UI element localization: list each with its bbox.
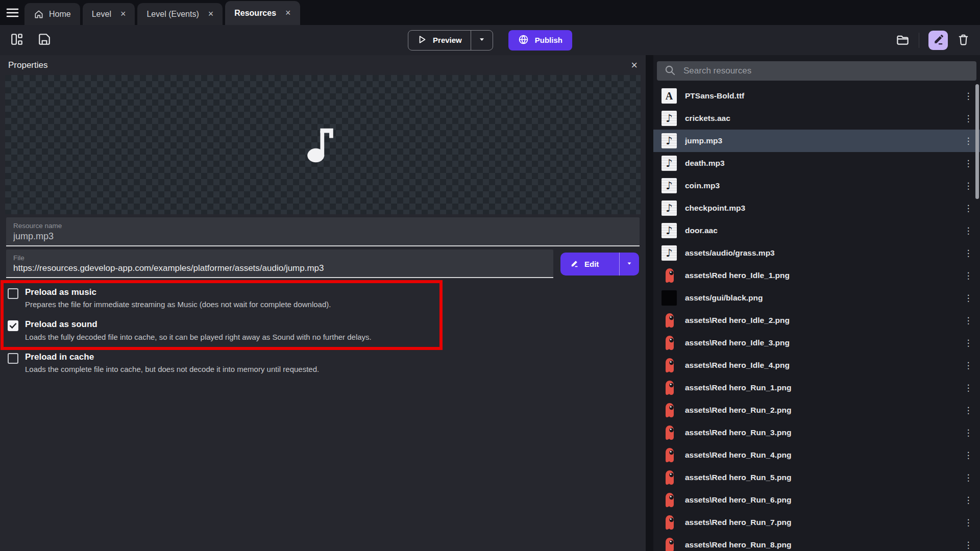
tab-home[interactable]: Home [24, 3, 80, 25]
tab-label: Level (Events) [146, 10, 199, 19]
resource-name: crickets.aac [685, 114, 953, 123]
main-area: Properties × Resource name jump.mp3 File… [0, 55, 980, 551]
resource-menu-kebab-icon[interactable]: ⋮ [962, 517, 975, 528]
resource-name: jump.mp3 [685, 136, 953, 145]
red-hero-sprite-icon [662, 447, 677, 463]
resource-row-coin-mp3[interactable]: ♪coin.mp3⋮ [653, 174, 980, 197]
resource-name: assets\Red hero_Run_6.png [685, 495, 953, 505]
resource-row-ptsans-bold-ttf[interactable]: APTSans-Bold.ttf⋮ [653, 85, 980, 107]
edit-button[interactable]: Edit [560, 253, 619, 276]
tab-resources[interactable]: Resources× [225, 1, 300, 25]
chevron-down-icon [626, 260, 633, 269]
resource-name: assets\Red hero_Run_4.png [685, 450, 953, 460]
audio-file-icon: ♪ [662, 133, 677, 148]
resource-name: PTSans-Bold.ttf [685, 91, 953, 101]
toolbar: Preview Publish [0, 25, 980, 55]
red-hero-sprite-icon [662, 380, 677, 395]
resource-menu-kebab-icon[interactable]: ⋮ [962, 495, 975, 505]
delete-resource-button[interactable] [955, 31, 972, 49]
resource-name: door.aac [685, 226, 953, 235]
resource-menu-kebab-icon[interactable]: ⋮ [962, 158, 975, 168]
resource-row-assets-red-hero-idle-1-png[interactable]: assets\Red hero_Idle_1.png⋮ [653, 264, 980, 287]
resource-menu-kebab-icon[interactable]: ⋮ [962, 383, 975, 393]
resource-menu-kebab-icon[interactable]: ⋮ [962, 472, 975, 483]
resource-menu-kebab-icon[interactable]: ⋮ [962, 113, 975, 123]
tab-close-icon[interactable]: × [285, 8, 291, 18]
resource-row-assets-red-hero-run-8-png[interactable]: assets\Red hero_Run_8.png⋮ [653, 534, 980, 551]
resource-menu-kebab-icon[interactable]: ⋮ [962, 203, 975, 213]
resource-menu-kebab-icon[interactable]: ⋮ [962, 315, 975, 325]
resource-row-assets-red-hero-run-1-png[interactable]: assets\Red hero_Run_1.png⋮ [653, 377, 980, 399]
audio-file-icon: ♪ [662, 245, 677, 261]
resource-row-assets-red-hero-run-2-png[interactable]: assets\Red hero_Run_2.png⋮ [653, 399, 980, 421]
red-hero-sprite-icon [662, 403, 677, 418]
resource-menu-kebab-icon[interactable]: ⋮ [962, 428, 975, 438]
resource-menu-kebab-icon[interactable]: ⋮ [962, 181, 975, 191]
resource-row-checkpoint-mp3[interactable]: ♪checkpoint.mp3⋮ [653, 197, 980, 219]
resource-menu-kebab-icon[interactable]: ⋮ [962, 270, 975, 281]
checkbox-preload-in-cache[interactable] [8, 353, 18, 364]
toggle-panels-button[interactable] [8, 31, 26, 49]
resource-row-assets-red-hero-run-3-png[interactable]: assets\Red hero_Run_3.png⋮ [653, 421, 980, 444]
checkbox-preload-as-sound[interactable] [8, 320, 18, 331]
resource-menu-kebab-icon[interactable]: ⋮ [962, 405, 975, 415]
tab-level[interactable]: Level× [83, 3, 135, 25]
resource-name: checkpoint.mp3 [685, 204, 953, 213]
resource-menu-kebab-icon[interactable]: ⋮ [962, 338, 975, 348]
resource-row-door-aac[interactable]: ♪door.aac⋮ [653, 219, 980, 242]
preview-options-dropdown-button[interactable] [471, 31, 493, 50]
tab-label: Level [92, 10, 111, 19]
publish-button[interactable]: Publish [508, 30, 572, 51]
resource-name: assets\Red hero_Idle_4.png [685, 361, 953, 370]
save-button[interactable] [36, 31, 53, 49]
resource-name: assets/audio/grass.mp3 [685, 248, 953, 258]
resource-row-assets-red-hero-idle-3-png[interactable]: assets\Red hero_Idle_3.png⋮ [653, 332, 980, 354]
file-row: File https://resources.gdevelop-app.com/… [0, 246, 646, 278]
close-properties-icon[interactable]: × [631, 60, 638, 71]
tab-bar: HomeLevel×Level (Events)×Resources× [0, 0, 980, 25]
resource-row-assets-red-hero-idle-4-png[interactable]: assets\Red hero_Idle_4.png⋮ [653, 354, 980, 377]
tab-strip: HomeLevel×Level (Events)×Resources× [24, 1, 303, 25]
scrollbar-thumb[interactable] [975, 84, 979, 199]
file-field[interactable]: File https://resources.gdevelop-app.com/… [6, 249, 553, 278]
resource-name: assets\Red hero_Run_2.png [685, 406, 953, 415]
menu-hamburger-button[interactable] [0, 0, 24, 25]
resource-row-assets-gui-black-png[interactable]: assets/gui/black.png⋮ [653, 287, 980, 309]
resource-menu-kebab-icon[interactable]: ⋮ [962, 293, 975, 303]
resource-name-field[interactable]: Resource name jump.mp3 [6, 217, 640, 246]
resource-name: assets\Red hero_Idle_3.png [685, 338, 953, 347]
resource-row-assets-red-hero-run-5-png[interactable]: assets\Red hero_Run_5.png⋮ [653, 466, 980, 489]
resource-menu-kebab-icon[interactable]: ⋮ [962, 136, 975, 146]
option-text: Preload as soundLoads the fully decoded … [25, 319, 372, 341]
resource-menu-kebab-icon[interactable]: ⋮ [962, 540, 975, 550]
resource-menu-kebab-icon[interactable]: ⋮ [962, 226, 975, 236]
resource-row-crickets-aac[interactable]: ♪crickets.aac⋮ [653, 107, 980, 130]
resource-name: assets/gui/black.png [685, 293, 953, 303]
font-file-icon: A [662, 88, 677, 104]
open-folder-button[interactable] [894, 31, 912, 50]
tab-close-icon[interactable]: × [208, 9, 214, 19]
resource-menu-kebab-icon[interactable]: ⋮ [962, 248, 975, 258]
resource-menu-kebab-icon[interactable]: ⋮ [962, 91, 975, 101]
red-hero-sprite-icon [662, 268, 677, 283]
option-description: Prepares the file for immediate streamin… [25, 300, 331, 309]
resource-row-death-mp3[interactable]: ♪death.mp3⋮ [653, 152, 980, 174]
search-input[interactable]: Search resources [657, 61, 976, 81]
tab-close-icon[interactable]: × [120, 9, 126, 19]
checkbox-preload-as-music[interactable] [8, 288, 18, 299]
preview-button[interactable]: Preview [408, 31, 471, 50]
resource-row-assets-red-hero-idle-2-png[interactable]: assets\Red hero_Idle_2.png⋮ [653, 309, 980, 332]
resource-row-assets-red-hero-run-6-png[interactable]: assets\Red hero_Run_6.png⋮ [653, 489, 980, 511]
resource-preview-area [5, 75, 641, 214]
resource-row-assets-audio-grass-mp3[interactable]: ♪assets/audio/grass.mp3⋮ [653, 242, 980, 264]
edit-properties-toggle-button[interactable] [928, 31, 948, 50]
resource-row-assets-red-hero-run-4-png[interactable]: assets\Red hero_Run_4.png⋮ [653, 444, 980, 466]
globe-icon [518, 34, 529, 46]
resource-menu-kebab-icon[interactable]: ⋮ [962, 450, 975, 460]
resource-row-jump-mp3[interactable]: ♪jump.mp3⋮ [653, 130, 980, 152]
properties-panel-title: Properties [8, 60, 47, 70]
tab-level-events[interactable]: Level (Events)× [137, 3, 223, 25]
edit-options-dropdown-button[interactable] [619, 253, 639, 276]
resource-menu-kebab-icon[interactable]: ⋮ [962, 360, 975, 370]
resource-row-assets-red-hero-run-7-png[interactable]: assets\Red hero_Run_7.png⋮ [653, 511, 980, 534]
